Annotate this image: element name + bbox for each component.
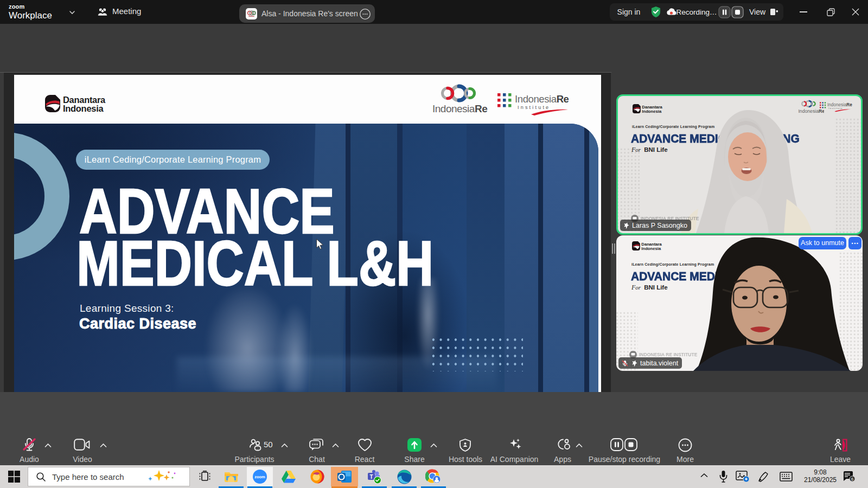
svg-text:Institute: Institute <box>518 105 550 110</box>
svg-text:T: T <box>369 473 373 479</box>
svg-text:IndonesiaRe: IndonesiaRe <box>515 93 569 105</box>
svg-text:IndonesiaRe: IndonesiaRe <box>432 103 487 114</box>
svg-text:Indonesia: Indonesia <box>63 104 104 113</box>
svg-text:6: 6 <box>851 477 854 481</box>
svg-text:zoom: zoom <box>254 474 265 479</box>
svg-text:INDONESIA RE INSTITUTE: INDONESIA RE INSTITUTE <box>639 352 698 357</box>
